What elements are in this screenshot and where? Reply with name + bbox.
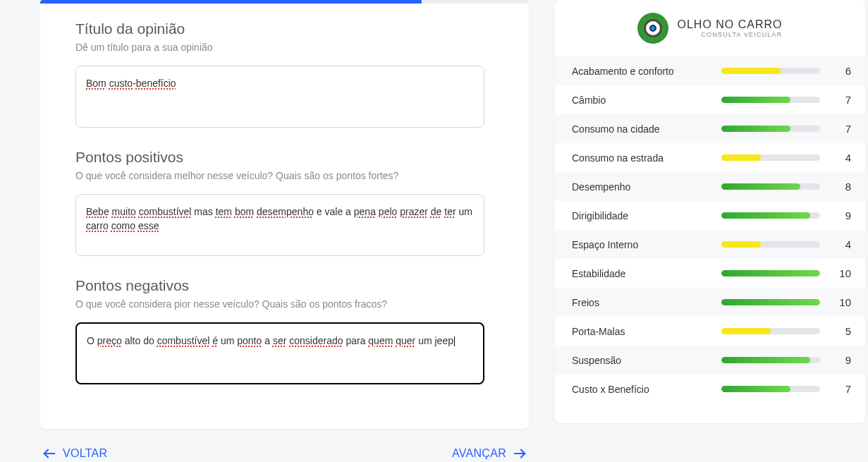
- title-input[interactable]: Bom custo-benefício: [75, 66, 484, 128]
- rating-row: Dirigibilidade9: [555, 201, 865, 230]
- rating-bar: [721, 68, 820, 74]
- rating-label: Porta-Malas: [572, 326, 721, 337]
- rating-label: Acabamento e conforto: [572, 66, 721, 77]
- arrow-right-icon: [512, 446, 527, 461]
- cons-input[interactable]: O preço alto do combustível é um ponto a…: [75, 322, 484, 384]
- back-button[interactable]: VOLTAR: [42, 446, 107, 461]
- rating-label: Consumo na cidade: [572, 123, 721, 135]
- rating-bar: [721, 241, 820, 248]
- rating-list: Acabamento e conforto6Câmbio7Consumo na …: [555, 56, 865, 403]
- rating-bar: [721, 357, 820, 363]
- rating-row: Estabilidade10: [555, 259, 865, 288]
- rating-label: Freios: [572, 297, 721, 308]
- ratings-card: OLHO NO CARRO CONSULTA VEICULAR Acabamen…: [555, 0, 865, 423]
- title-section: Título da opinião Dê um título para a su…: [75, 20, 494, 128]
- rating-label: Desempenho: [572, 181, 721, 193]
- rating-row: Câmbio7: [555, 85, 865, 114]
- brand-line1: OLHO NO CARRO: [677, 19, 782, 30]
- brand-line2: CONSULTA VEICULAR: [677, 32, 782, 38]
- cons-section: Pontos negativos O que você considera pi…: [75, 277, 494, 384]
- rating-value: 10: [834, 296, 851, 308]
- rating-bar: [721, 97, 820, 103]
- rating-value: 7: [834, 123, 851, 135]
- rating-label: Dirigibilidade: [572, 210, 721, 221]
- rating-bar: [721, 299, 820, 305]
- rating-bar: [721, 126, 820, 132]
- rating-row: Consumo na cidade7: [555, 114, 865, 143]
- rating-row: Acabamento e conforto6: [555, 56, 865, 85]
- rating-value: 10: [834, 267, 851, 279]
- rating-value: 6: [834, 65, 851, 77]
- arrow-left-icon: [42, 446, 57, 461]
- cons-sub: O que você considera pior nesse veículo?…: [75, 298, 494, 310]
- rating-value: 5: [834, 325, 851, 337]
- pros-heading: Pontos positivos: [75, 149, 494, 166]
- rating-bar: [721, 183, 820, 190]
- rating-row: Espaço Interno4: [555, 230, 865, 259]
- rating-bar: [721, 386, 820, 392]
- rating-label: Suspensão: [572, 355, 721, 366]
- next-label: AVANÇAR: [452, 447, 506, 460]
- rating-value: 9: [834, 209, 851, 221]
- back-label: VOLTAR: [63, 447, 107, 460]
- rating-value: 7: [834, 383, 851, 395]
- next-button[interactable]: AVANÇAR: [452, 446, 527, 461]
- rating-label: Câmbio: [572, 95, 721, 106]
- rating-row: Desempenho8: [555, 172, 865, 201]
- rating-row: Custo x Benefício7: [555, 375, 865, 403]
- pros-input[interactable]: Bebe muito combustível mas tem bom desem…: [75, 194, 484, 256]
- form-body: Título da opinião Dê um título para a su…: [40, 4, 529, 420]
- brand-logo-block: OLHO NO CARRO CONSULTA VEICULAR: [555, 13, 865, 52]
- rating-value: 9: [834, 354, 851, 366]
- rating-bar: [721, 154, 820, 161]
- rating-row: Suspensão9: [555, 346, 865, 375]
- rating-label: Estabilidade: [572, 268, 721, 279]
- opinion-form-card: Título da opinião Dê um título para a su…: [40, 0, 529, 429]
- nav-row: VOLTAR AVANÇAR: [40, 437, 529, 461]
- rating-row: Freios10: [555, 288, 865, 317]
- rating-row: Consumo na estrada4: [555, 143, 865, 172]
- title-heading: Título da opinião: [75, 20, 494, 37]
- rating-bar: [721, 328, 820, 334]
- rating-label: Consumo na estrada: [572, 152, 721, 164]
- rating-row: Porta-Malas5: [555, 317, 865, 346]
- eye-logo-icon: [637, 13, 668, 44]
- brand-text: OLHO NO CARRO CONSULTA VEICULAR: [677, 19, 782, 38]
- rating-value: 7: [834, 94, 851, 106]
- pros-section: Pontos positivos O que você considera me…: [75, 149, 494, 256]
- rating-value: 4: [834, 238, 851, 250]
- rating-label: Custo x Benefício: [572, 384, 721, 395]
- title-sub: Dê um título para a sua opinião: [75, 42, 494, 53]
- rating-bar: [721, 212, 820, 219]
- rating-bar: [721, 270, 820, 276]
- pros-sub: O que você considera melhor nesse veícul…: [75, 170, 494, 181]
- rating-label: Espaço Interno: [572, 239, 721, 250]
- rating-value: 4: [834, 152, 851, 164]
- cons-heading: Pontos negativos: [75, 277, 494, 294]
- rating-value: 8: [834, 181, 851, 193]
